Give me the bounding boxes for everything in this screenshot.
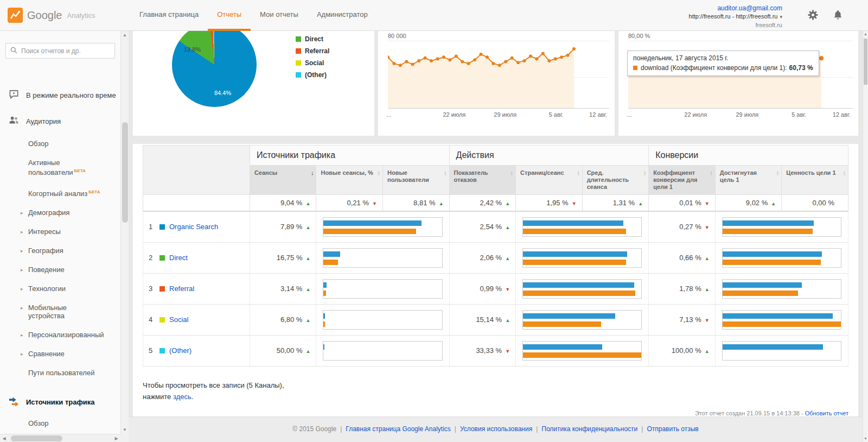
previous-period-bar bbox=[323, 229, 416, 234]
scrollbar-thumb[interactable] bbox=[864, 39, 867, 85]
view-name: freesoft.ru bbox=[689, 21, 782, 29]
metric-delta: 1,78 % bbox=[679, 285, 701, 293]
show-all-note: Чтобы просмотреть все записи (5 Каналы),… bbox=[143, 380, 848, 402]
legend-item-other[interactable]: (Other) bbox=[296, 71, 329, 79]
channel-color-swatch bbox=[159, 286, 165, 292]
column-header-sessions[interactable]: Сеансы bbox=[250, 166, 316, 195]
legend-item-direct[interactable]: Direct bbox=[296, 35, 329, 43]
channel-color-swatch bbox=[159, 255, 165, 261]
report-search-box[interactable] bbox=[5, 43, 115, 59]
expand-arrow-icon: ▸ bbox=[21, 228, 23, 236]
channel-link[interactable]: (Other) bbox=[169, 346, 192, 355]
column-header-goal-value[interactable]: Ценность цели 1 bbox=[782, 166, 848, 195]
legend-item-referral[interactable]: Referral bbox=[296, 47, 329, 55]
sidebar-item-audience[interactable]: Аудитория bbox=[0, 110, 120, 132]
scroll-up-button[interactable]: ▲ bbox=[121, 31, 129, 39]
show-all-link[interactable]: здесь bbox=[173, 393, 192, 401]
google-analytics-logo[interactable]: Google Analytics bbox=[8, 8, 95, 23]
trend-icon bbox=[504, 256, 510, 261]
sidebar-item-acquisition-overview[interactable]: Обзор bbox=[0, 414, 120, 433]
trend-icon bbox=[304, 256, 310, 261]
sidebar-item-cohort-analysis[interactable]: Когортный анализБЕТА bbox=[0, 182, 120, 203]
table-row: 4Social 6,80 % 15,14 % 7,13 % bbox=[143, 304, 848, 335]
scroll-up-button[interactable]: ▲ bbox=[863, 31, 868, 37]
trend-icon bbox=[304, 225, 310, 230]
previous-period-bar bbox=[323, 260, 337, 265]
channel-link[interactable]: Organic Search bbox=[169, 223, 218, 231]
sort-desc-icon bbox=[311, 169, 314, 176]
column-header-avg-duration[interactable]: Сред. длительность сеанса bbox=[582, 166, 649, 195]
channel-link[interactable]: Referral bbox=[169, 285, 194, 293]
legend-item-social[interactable]: Social bbox=[296, 59, 329, 67]
sort-icon bbox=[377, 169, 380, 176]
current-period-bar bbox=[323, 251, 340, 257]
previous-period-bar bbox=[523, 291, 635, 296]
column-header-new-users[interactable]: Новые пользователи bbox=[382, 166, 449, 195]
column-header-new-sessions[interactable]: Новые сеансы, % bbox=[316, 166, 383, 195]
sessions-line-chart[interactable]: 80 000 40 000 ... 22 июля 29 июля 5 авг.… bbox=[388, 31, 609, 136]
sidebar-item-mobile[interactable]: ▸Мобильные устройства bbox=[0, 298, 100, 325]
sidebar-item-demographics[interactable]: ▸Демография bbox=[0, 203, 120, 222]
sidebar-item-behavior[interactable]: ▸Поведение bbox=[0, 260, 120, 279]
settings-gear-icon[interactable] bbox=[807, 9, 819, 22]
conversions-comparison-bars bbox=[722, 217, 841, 237]
scroll-down-button[interactable]: ▼ bbox=[121, 426, 129, 434]
nav-my-reports[interactable]: Мои отчеты bbox=[251, 0, 308, 31]
search-input[interactable] bbox=[21, 47, 110, 55]
sidebar-item-geo[interactable]: ▸География bbox=[0, 241, 120, 260]
sidebar-item-custom[interactable]: ▸Персонализированный bbox=[0, 325, 120, 344]
channel-link[interactable]: Social bbox=[169, 315, 188, 324]
column-header-pages-session[interactable]: Страниц/сеанс bbox=[516, 166, 583, 195]
conversion-line-chart[interactable]: 80,00 % 40,00 % ... 22 июля 29 июля 5 ав… bbox=[628, 31, 853, 136]
property-selector[interactable]: http://freesoft.ru - http://freesoft.ru▾ bbox=[689, 12, 782, 21]
nav-admin[interactable]: Администратор bbox=[308, 0, 377, 31]
sub-item-label: Мобильные устройства bbox=[28, 304, 92, 320]
sidebar-item-active-users[interactable]: Активные пользователиБЕТА bbox=[0, 153, 120, 182]
sidebar-item-technology[interactable]: ▸Технологии bbox=[0, 279, 120, 298]
column-header-goal-completions[interactable]: Достигнутая цель 1 bbox=[715, 166, 782, 195]
note-suffix: . bbox=[192, 393, 194, 401]
scrollbar-thumb[interactable] bbox=[122, 122, 128, 223]
conversions-comparison-bars bbox=[722, 310, 841, 330]
sidebar-item-users-flow[interactable]: Пути пользователей bbox=[0, 363, 120, 382]
channel-link[interactable]: Direct bbox=[169, 254, 188, 262]
report-content: 84.4% 13.8% Direct Referral Social (Othe… bbox=[129, 31, 863, 442]
scroll-left-button[interactable]: ◀ bbox=[0, 434, 8, 442]
account-email-link[interactable]: auditor.ua@gmail.com bbox=[717, 4, 782, 12]
column-header-bounce-rate[interactable]: Показатель отказов bbox=[449, 166, 516, 195]
sidebar-item-label: Источники трафика bbox=[26, 398, 95, 406]
refresh-report-link[interactable]: Обновить отчет bbox=[805, 410, 848, 416]
actions-comparison-bars bbox=[522, 341, 642, 361]
footer-link-privacy[interactable]: Политика конфиденциальности bbox=[541, 425, 637, 433]
summary-value: 1,31 % bbox=[613, 199, 635, 207]
row-rank: 1 bbox=[149, 223, 159, 231]
sidebar-item-realtime[interactable]: В режиме реального време bbox=[0, 84, 120, 106]
scrollbar-thumb[interactable] bbox=[11, 435, 62, 441]
nav-home[interactable]: Главная страница bbox=[130, 0, 208, 31]
x-axis-tick: ... bbox=[627, 111, 631, 118]
metric-delta: 6,80 % bbox=[280, 315, 302, 324]
scroll-down-button[interactable]: ▼ bbox=[863, 435, 868, 442]
sidebar-item-audience-overview[interactable]: Обзор bbox=[0, 132, 120, 153]
sub-item-label: Интересы bbox=[28, 228, 61, 236]
nav-reporting[interactable]: Отчеты bbox=[208, 0, 251, 31]
scroll-right-button[interactable]: ▶ bbox=[112, 434, 120, 442]
current-period-bar bbox=[723, 220, 814, 226]
legend-label: (Other) bbox=[305, 71, 327, 79]
group-header-behavior: Действия bbox=[449, 146, 649, 166]
sidebar-item-acquisition[interactable]: Источники трафика bbox=[0, 391, 120, 414]
sessions-comparison-bars bbox=[323, 310, 442, 330]
table-row: 1Organic Search 7,89 % 2,54 % 0,27 % bbox=[143, 211, 848, 242]
sort-icon bbox=[776, 169, 780, 176]
series-swatch-icon bbox=[633, 66, 637, 70]
notifications-bell-icon[interactable] bbox=[833, 9, 843, 22]
column-header-conversion-rate[interactable]: Коэффициент конверсии для цели 1 bbox=[649, 166, 716, 195]
footer-link-feedback[interactable]: Отправить отзыв bbox=[647, 425, 698, 433]
created-text: Этот отчет создан 21.09.15 в 14:13:38 - bbox=[695, 410, 803, 416]
expand-arrow-icon: ▸ bbox=[21, 209, 23, 217]
sidebar-item-interests[interactable]: ▸Интересы bbox=[0, 222, 120, 241]
sidebar-item-benchmarking[interactable]: ▸Сравнение bbox=[0, 344, 120, 363]
footer-link-home[interactable]: Главная страница Google Analytics bbox=[346, 425, 450, 433]
tooltip-date: понедельник, 17 августа 2015 г. bbox=[633, 54, 813, 62]
footer-link-terms[interactable]: Условия использования bbox=[460, 425, 532, 433]
